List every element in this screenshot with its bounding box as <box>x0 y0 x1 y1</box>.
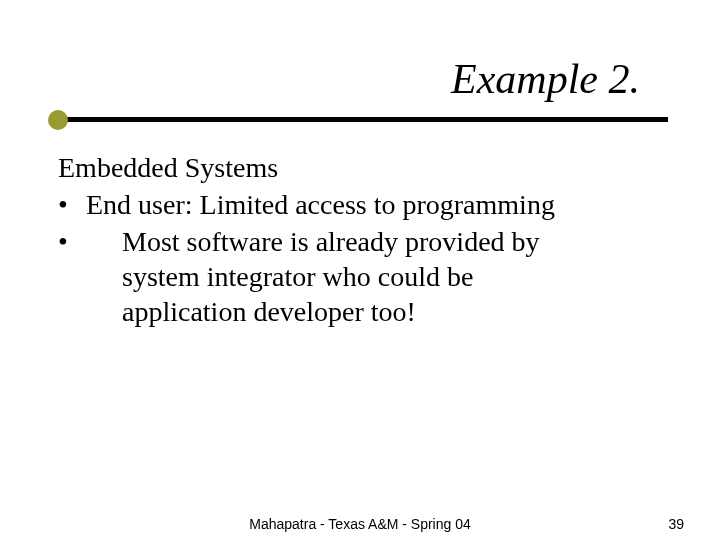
horizontal-rule <box>52 117 668 122</box>
title-underline <box>52 117 668 122</box>
accent-dot-icon <box>48 110 68 130</box>
slide-body: Embedded Systems • End user: Limited acc… <box>0 122 720 329</box>
bullet-text: End user: Limited access to programming <box>86 187 555 222</box>
bullet-level-1: • End user: Limited access to programmin… <box>58 187 660 222</box>
slide-title: Example 2. <box>0 55 640 103</box>
footer-text: Mahapatra - Texas A&M - Spring 04 <box>0 516 720 532</box>
bullet-dot-icon: • <box>58 224 76 329</box>
bullet-indent <box>76 224 122 329</box>
bullet-dot-icon: • <box>58 187 76 222</box>
bullet-level-2: • Most software is already provided by s… <box>58 224 660 329</box>
bullet-text: Most software is already provided by sys… <box>122 224 582 329</box>
body-heading: Embedded Systems <box>58 150 660 185</box>
page-number: 39 <box>668 516 684 532</box>
